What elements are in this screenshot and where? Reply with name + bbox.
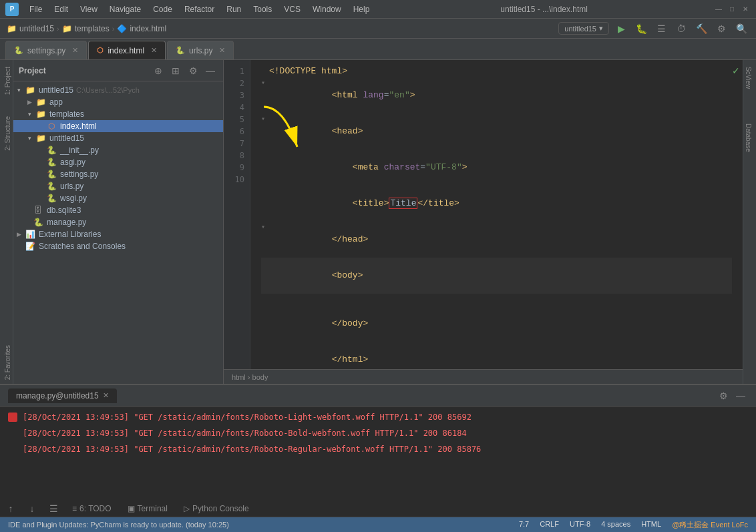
sidebar-gear-btn[interactable]: ⚙ [186,63,200,78]
code-text-4: <meta charset="UTF-8"> [269,150,467,186]
favorites-panel-label[interactable]: 2: Favorites [0,341,13,384]
tree-arrow-templates: ▾ [24,111,35,117]
line-ending[interactable]: CRLF [540,520,559,530]
bottom-tab-python-console[interactable]: ▷ Python Console [176,501,257,516]
coverage-button[interactable]: ☰ [653,21,669,37]
tree-label-templates: templates [49,109,84,119]
sidebar-add-btn[interactable]: ⊕ [151,63,166,78]
left-tool-list[interactable]: ☰ [45,501,61,517]
code-editor[interactable]: <!DOCTYPE html> ▾ <html lang="en"> ▾ <he… [250,60,743,369]
breadcrumb-templates[interactable]: 📁 templates [62,24,110,33]
terminal-tab-close[interactable]: ✕ [103,391,109,400]
menu-edit[interactable]: Edit [49,3,73,15]
tree-item-wsgi-py[interactable]: 🐍 wsgi.py [13,192,223,204]
main-area: 1: Project 2: Structure 2: Favorites Pro… [0,60,756,384]
line-num-3: 3 [240,89,244,101]
py-icon-urls: 🐍 [45,182,57,191]
scratches-icon: 📝 [24,242,36,251]
tree-label-index-html: index.html [60,121,97,131]
status-left-text: IDE and Plugin Updates: PyCharm is ready… [8,521,229,529]
code-text-9: </body> [269,306,368,342]
tree-item-untitled15[interactable]: ▾ 📁 untitled15 C:\Users\...52\Pych [13,84,223,96]
structure-panel-label[interactable]: 2: Structure [0,112,13,155]
tab-index-html[interactable]: ⬡ index.html ✕ [88,41,166,59]
menu-view[interactable]: View [75,3,103,15]
menu-help[interactable]: Help [348,3,375,15]
line-num-7: 7 [240,138,244,150]
tab-close-settings[interactable]: ✕ [72,46,78,55]
menu-refactor[interactable]: Refactor [179,3,220,15]
database-label[interactable]: Database [743,119,756,156]
maximize-button[interactable]: □ [727,4,737,15]
scview-label[interactable]: ScView [743,63,756,93]
tab-close-index[interactable]: ✕ [151,46,157,55]
stop-button[interactable] [8,413,17,422]
terminal-tools: ⚙ — [716,388,748,403]
toolbar-right: untitled15 ▾ ▶ 🐛 ☰ ⏱ 🔨 ⚙ 🔍 [558,21,749,37]
run-button[interactable]: ▶ [613,21,629,37]
folder-icon-2: 📁 [62,24,72,33]
menu-tools[interactable]: Tools [248,3,277,15]
breadcrumb-file[interactable]: 🔷 index.html [117,24,166,33]
tab-close-urls[interactable]: ✕ [219,46,225,55]
search-everywhere-button[interactable]: 🔍 [733,21,749,37]
tree-item-init-py[interactable]: 🐍 __init__.py [13,144,223,156]
python-console-icon: ▷ [184,504,190,513]
profile-button[interactable]: ⏱ [673,21,689,37]
tree-item-asgi-py[interactable]: 🐍 asgi.py [13,156,223,168]
tree-item-ext-libs[interactable]: ▶ 📊 External Libraries [13,228,223,240]
code-line-5: <title>Title</title> [261,186,732,222]
project-tree: ▾ 📁 untitled15 C:\Users\...52\Pych ▶ 📁 a… [13,81,223,384]
breadcrumb-root[interactable]: 📁 untitled15 [7,24,54,33]
menu-code[interactable]: Code [148,3,178,15]
tree-item-scratches[interactable]: 📝 Scratches and Consoles [13,240,223,252]
green-checkmark: ✓ [732,65,740,76]
terminal-tab-manage[interactable]: manage.py@untitled15 ✕ [8,388,117,403]
tree-subtitle-untitled15: C:\Users\...52\Pych [76,86,140,94]
project-panel-label[interactable]: 1: Project [0,63,13,99]
terminal-panel: manage.py@untitled15 ✕ ⚙ — [28/Oct/2021 … [0,384,756,517]
menu-file[interactable]: File [24,3,47,15]
code-text-5: <title>Title</title> [269,186,459,222]
terminal-minimize-btn[interactable]: — [733,388,748,403]
tree-item-untitled15-sub[interactable]: ▾ 📁 untitled15 [13,132,223,144]
tree-item-db-sqlite3[interactable]: 🗄 db.sqlite3 [13,204,223,216]
code-text-10: </html> [269,342,368,369]
tab-settings-py[interactable]: 🐍 settings.py ✕ [5,41,87,59]
tree-item-templates[interactable]: ▾ 📁 templates [13,108,223,120]
terminal-gear-btn[interactable]: ⚙ [716,388,731,403]
cursor-position[interactable]: 7:7 [519,520,529,530]
tab-urls-py[interactable]: 🐍 urls.py ✕ [167,41,234,59]
terminal-content[interactable]: [28/Oct/2021 13:49:53] "GET /static/admi… [0,407,756,500]
left-tool-down[interactable]: ↓ [24,501,40,517]
minimize-button[interactable]: — [713,4,724,15]
menu-vcs[interactable]: VCS [278,3,306,15]
language[interactable]: HTML [641,520,661,530]
indent-setting[interactable]: 4 spaces [601,520,630,530]
fold-6: ▾ [261,222,269,234]
bottom-tab-todo[interactable]: ≡ 6: TODO [64,501,120,516]
ext-libs-icon: 📊 [24,230,36,239]
tree-item-index-html[interactable]: ⬡ index.html [13,120,223,132]
build-button[interactable]: 🔨 [693,21,709,37]
sidebar-collapse-btn[interactable]: — [203,63,218,78]
left-tool-up[interactable]: ↑ [3,501,19,517]
tree-item-settings-py[interactable]: 🐍 settings.py [13,168,223,180]
run-config-selector[interactable]: untitled15 ▾ [558,22,609,35]
tree-item-manage-py[interactable]: 🐍 manage.py [13,216,223,228]
tree-label-asgi-py: asgi.py [60,158,85,167]
tree-item-app[interactable]: ▶ 📁 app [13,96,223,108]
menu-navigate[interactable]: Navigate [104,3,146,15]
window-title: untitled15 - ...\index.html [376,5,712,14]
menu-window[interactable]: Window [307,3,347,15]
sidebar-layout-btn[interactable]: ⊞ [168,63,183,78]
close-button[interactable]: ✕ [740,4,751,15]
settings-button[interactable]: ⚙ [713,21,729,37]
line-num-1: 1 [240,65,244,77]
encoding[interactable]: UTF-8 [570,520,590,530]
bottom-tab-terminal[interactable]: ▣ Terminal [120,501,176,516]
tree-item-urls-py[interactable]: 🐍 urls.py [13,180,223,192]
debug-button[interactable]: 🐛 [633,21,649,37]
code-line-1: <!DOCTYPE html> [261,65,732,77]
menu-run[interactable]: Run [221,3,246,15]
